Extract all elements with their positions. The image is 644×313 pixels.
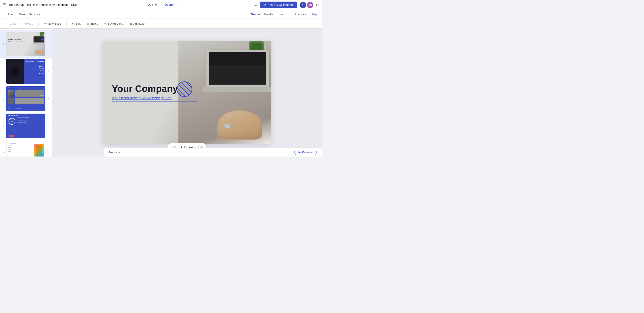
canvas-area: Your Company A 5-7 word description of w… <box>52 28 322 156</box>
slide-thumbnail-3: Who we are serving Point 1 Point 2 ship … <box>6 86 46 111</box>
file-menu[interactable]: File <box>5 11 16 17</box>
nav-tabs: Outline Design <box>144 2 178 8</box>
slide-subtitle[interactable]: A 5-7 word description of what you do <box>112 96 188 100</box>
slide-number-2: 2 <box>2 59 5 84</box>
avatar-extra-count: +1 <box>314 3 317 6</box>
animation-icon: ▦ <box>130 22 132 25</box>
main-layout: 1 Your Company A 5-7 word description of… <box>0 28 322 156</box>
preview-button[interactable]: ▶ Preview <box>294 149 317 156</box>
share-collaborate-button[interactable]: ↗ Share & Collaborate <box>260 2 297 8</box>
app-title: The Startup Pitch Deck Template by Slide… <box>8 3 254 6</box>
slide-number-5: 5 <box>2 141 5 156</box>
slide-chevron-1[interactable]: ▾ <box>46 32 50 56</box>
avatars-chevron-down-icon: ▾ <box>318 4 319 6</box>
slide-item-2[interactable]: 2 The Problem & Opportunity ■ Point 1 ■ … <box>0 58 52 85</box>
slide-thumbnail-2: The Problem & Opportunity ■ Point 1 ■ Po… <box>6 59 46 84</box>
analytics-link[interactable]: Analytics <box>294 12 306 16</box>
thumb-4-tam-label: TAM <box>11 121 13 122</box>
slide-thumbnail-4: The Market Size TAM • Use three companie… <box>6 114 46 138</box>
toolbar: ↺ Undo ↻ Redo ▭ New Slide ✏ Edit ⊕ Inser… <box>0 19 322 28</box>
thumb-5-bullet-4: • Point 4 <box>8 150 12 152</box>
top-navigation: ☰ The Startup Pitch Deck Template by Sli… <box>0 0 322 10</box>
edit-button[interactable]: ✏ Edit <box>70 21 83 26</box>
slide-item-4[interactable]: 4 The Market Size TAM • Use three compan… <box>0 112 52 140</box>
menu-icon[interactable]: ☰ <box>3 3 6 7</box>
thumb-4-title: The Market Size <box>8 115 18 116</box>
undo-button[interactable]: ↺ Undo <box>4 21 18 26</box>
thumb-5-bullet-1: • Point 1 <box>8 145 12 146</box>
palette-button[interactable]: Palette <box>264 12 273 16</box>
thumb-1-title: Your Company <box>8 38 20 40</box>
nav-divider <box>289 12 289 16</box>
redo-button[interactable]: ↻ Redo <box>20 21 35 26</box>
share-ext-icon: ↗ <box>264 3 266 6</box>
thumb-2-bullet-2: ■ Point 2 <box>39 68 44 69</box>
edit-icon: ✏ <box>72 22 74 25</box>
insert-button[interactable]: ⊕ Insert <box>84 21 100 26</box>
avatar-at: AT <box>300 2 306 8</box>
toolbar-separator-2 <box>66 22 67 26</box>
slide-thumbnail-1: Your Company A 5-7 word description of w… <box>6 32 46 56</box>
thumb-2-bullet-3: ■ Point 3 <box>39 70 44 72</box>
notes-chevron-up-icon[interactable]: ▲ <box>118 151 121 153</box>
tab-outline[interactable]: Outline <box>144 2 160 8</box>
slide-item-3[interactable]: 3 Who we are serving Point 1 Point 2 shi… <box>0 85 52 112</box>
slide-chevron-4[interactable]: ▾ <box>46 114 50 138</box>
slide-chevron-3[interactable]: ▾ <box>46 86 50 111</box>
redo-icon: ↻ <box>22 22 25 25</box>
share-button-label: Share & Collaborate <box>268 3 294 6</box>
slide-chevron-2[interactable]: ▾ <box>46 59 50 84</box>
background-button[interactable]: ▭ Background <box>102 21 126 26</box>
notes-label: Notes <box>109 150 117 154</box>
secondary-navigation: File Design Services Theme Palette Font … <box>0 10 322 19</box>
user-avatars[interactable]: AT AC +1 ▾ <box>300 2 319 8</box>
avatar-ac: AC <box>307 2 313 8</box>
slides-panel: 1 Your Company A 5-7 word description of… <box>0 28 52 156</box>
thumb-1-subtitle: A 5-7 word description of what you do <box>8 41 26 42</box>
tab-design[interactable]: Design <box>161 2 178 8</box>
thumb-4-bullet-2: • or similar products <box>18 118 44 120</box>
company-title-wrapper: Your Company <box>112 84 188 94</box>
slide-company-title[interactable]: Your Company <box>112 84 188 94</box>
design-services-menu[interactable]: Design Services <box>16 11 43 17</box>
slide-canvas[interactable]: Your Company A 5-7 word description of w… <box>103 41 271 144</box>
thumb-4-tam-circle: TAM <box>8 118 15 125</box>
thumb-5-title: The Product <box>8 142 16 144</box>
thumb-2-bullet-4: ■ Point 4 <box>39 72 44 74</box>
preview-label: Preview <box>302 150 312 154</box>
help-link[interactable]: Help <box>310 12 317 16</box>
thumb-2-title: The Problem & Opportunity <box>26 61 44 62</box>
thumb-1-globe <box>41 38 44 41</box>
theme-button[interactable]: Theme <box>250 12 260 16</box>
slide-chevron-5[interactable]: ▾ <box>46 141 50 156</box>
slide-item-5[interactable]: 5 The Product • Point 1 • Point 2 • Poin… <box>0 140 52 156</box>
nav-right: ☁ ↗ Share & Collaborate AT AC +1 ▾ <box>254 2 319 8</box>
insert-icon: ⊕ <box>87 22 89 25</box>
thumb-4-bullet-1: • Use three companies <box>18 116 44 118</box>
slide-item-1[interactable]: 1 Your Company A 5-7 word description of… <box>0 30 52 58</box>
notes-bar: Notes ▲ ▶ Preview <box>104 148 322 156</box>
slide-thumbnail-5: The Product • Point 1 • Point 2 • Point … <box>6 141 46 156</box>
font-button[interactable]: Font <box>278 12 284 16</box>
new-slide-button[interactable]: ▭ New Slide <box>42 21 63 26</box>
decorative-circle <box>177 82 192 97</box>
thumb-4-bullet-3: • confirm how your <box>18 120 44 122</box>
hands-decoration <box>217 110 262 140</box>
new-slide-icon: ▭ <box>44 22 47 25</box>
animation-button[interactable]: ▦ Animation <box>127 21 148 26</box>
thumb-4-bullet-4: • product changes <box>18 122 44 124</box>
laptop-decoration <box>206 50 271 95</box>
preview-play-icon: ▶ <box>298 150 301 154</box>
thumb-5-bullet-3: • Point 3 <box>8 149 12 150</box>
cloud-icon: ☁ <box>254 3 258 7</box>
slide-number-4: 4 <box>2 114 5 138</box>
slide-number-1: 1 <box>2 32 5 56</box>
slide-text-area: Your Company A 5-7 word description of w… <box>112 84 188 102</box>
sec-left-nav: File Design Services <box>5 11 43 17</box>
thumb-4-sam-label: SAM <box>11 136 13 136</box>
subtitle-underline <box>112 101 197 102</box>
thumb-5-bullet-2: • Point 2 <box>8 147 12 148</box>
thumb-3-title: Who we are serving <box>8 87 20 88</box>
thumb-2-bullet-1: ■ Point 1 <box>39 66 44 67</box>
slide-number-3: 3 <box>2 86 5 111</box>
